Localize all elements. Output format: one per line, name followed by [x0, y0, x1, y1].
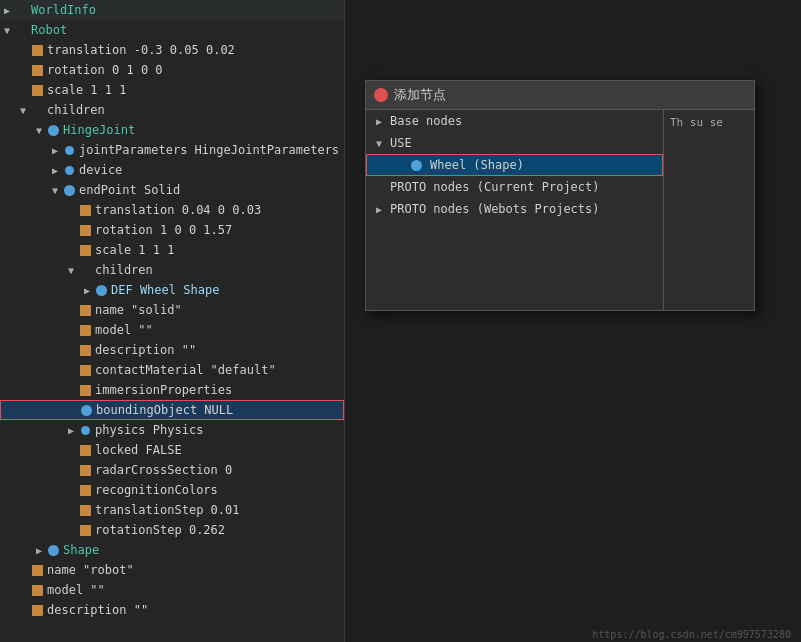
add-node-dialog[interactable]: 添加节点 Base nodesUSEWheel (Shape)PROTO nod…	[365, 80, 755, 311]
tree-item-label: Robot	[31, 23, 67, 37]
tree-item-description[interactable]: description ""	[0, 340, 344, 360]
tree-arrow[interactable]	[32, 125, 46, 136]
dialog-list-item-base-nodes[interactable]: Base nodes	[366, 110, 663, 132]
tree-item-description2[interactable]: description ""	[0, 600, 344, 620]
tree-item-defwheel[interactable]: DEF Wheel Shape	[0, 280, 344, 300]
tree-arrow[interactable]	[48, 165, 62, 176]
tree-item-icon	[78, 303, 92, 317]
tree-item-icon	[46, 123, 60, 137]
tree-item-label: description ""	[47, 603, 148, 617]
dialog-right-text: Th su se	[670, 116, 723, 129]
tree-item-icon	[30, 43, 44, 57]
tree-item-icon	[78, 243, 92, 257]
dialog-title-bar: 添加节点	[366, 81, 754, 110]
tree-item-label: translationStep 0.01	[95, 503, 240, 517]
tree-item-icon	[78, 503, 92, 517]
tree-item-icon	[78, 523, 92, 537]
tree-arrow[interactable]	[0, 25, 14, 36]
tree-item-label: model ""	[95, 323, 153, 337]
tree-item-translation[interactable]: translation -0.3 0.05 0.02	[0, 40, 344, 60]
tree-item-jointparams[interactable]: jointParameters HingeJointParameters	[0, 140, 344, 160]
tree-arrow[interactable]	[80, 285, 94, 296]
tree-item-rot2[interactable]: rotation 1 0 0 1.57	[0, 220, 344, 240]
tree-item-children2[interactable]: children	[0, 260, 344, 280]
right-panel: 添加节点 Base nodesUSEWheel (Shape)PROTO nod…	[345, 0, 801, 642]
tree-arrow[interactable]	[64, 265, 78, 276]
tree-item-shape[interactable]: Shape	[0, 540, 344, 560]
dialog-node-list[interactable]: Base nodesUSEWheel (Shape)PROTO nodes (C…	[366, 110, 664, 310]
tree-item-label: translation 0.04 0 0.03	[95, 203, 261, 217]
tree-item-recognitioncolors[interactable]: recognitionColors	[0, 480, 344, 500]
tree-item-icon	[78, 443, 92, 457]
tree-item-label: translation -0.3 0.05 0.02	[47, 43, 235, 57]
tree-item-icon	[78, 323, 92, 337]
tree-item-label: children	[95, 263, 153, 277]
dialog-arrow[interactable]	[372, 138, 386, 149]
tree-item-icon	[78, 223, 92, 237]
dialog-arrow[interactable]	[372, 116, 386, 127]
scene-tree[interactable]: WorldInfoRobottranslation -0.3 0.05 0.02…	[0, 0, 345, 642]
tree-item-label: endPoint Solid	[79, 183, 180, 197]
tree-item-device[interactable]: device	[0, 160, 344, 180]
tree-item-translationstep[interactable]: translationStep 0.01	[0, 500, 344, 520]
tree-item-immersionprops[interactable]: immersionProperties	[0, 380, 344, 400]
tree-arrow[interactable]	[48, 185, 62, 196]
tree-item-contactmaterial[interactable]: contactMaterial "default"	[0, 360, 344, 380]
tree-arrow[interactable]	[48, 145, 62, 156]
tree-item-icon	[78, 203, 92, 217]
tree-item-label: radarCrossSection 0	[95, 463, 232, 477]
tree-arrow[interactable]	[32, 545, 46, 556]
tree-item-hingejoint[interactable]: HingeJoint	[0, 120, 344, 140]
tree-item-label: locked FALSE	[95, 443, 182, 457]
tree-item-worldinfo[interactable]: WorldInfo	[0, 0, 344, 20]
tree-item-icon	[30, 63, 44, 77]
watermark: https://blog.csdn.net/cm997573280	[592, 629, 791, 640]
tree-item-label: rotation 0 1 0 0	[47, 63, 163, 77]
tree-item-label: immersionProperties	[95, 383, 232, 397]
tree-arrow[interactable]	[0, 5, 14, 16]
tree-item-physics[interactable]: physics Physics	[0, 420, 344, 440]
tree-item-name2[interactable]: name "robot"	[0, 560, 344, 580]
tree-item-label: device	[79, 163, 122, 177]
dialog-list-item-proto-webots[interactable]: PROTO nodes (Webots Projects)	[366, 198, 663, 220]
tree-item-boundingobject[interactable]: boundingObject NULL	[0, 400, 344, 420]
tree-item-label: jointParameters HingeJointParameters	[79, 143, 339, 157]
tree-item-label: physics Physics	[95, 423, 203, 437]
tree-item-trans2[interactable]: translation 0.04 0 0.03	[0, 200, 344, 220]
tree-item-icon	[30, 83, 44, 97]
tree-item-rotationstep[interactable]: rotationStep 0.262	[0, 520, 344, 540]
tree-item-endpoint[interactable]: endPoint Solid	[0, 180, 344, 200]
tree-arrow[interactable]	[16, 105, 30, 116]
dialog-title-text: 添加节点	[394, 86, 446, 104]
tree-item-scale2[interactable]: scale 1 1 1	[0, 240, 344, 260]
tree-item-icon	[78, 463, 92, 477]
tree-item-label: children	[47, 103, 105, 117]
tree-item-robot[interactable]: Robot	[0, 20, 344, 40]
tree-item-radarcross[interactable]: radarCrossSection 0	[0, 460, 344, 480]
dialog-item-label: USE	[390, 136, 412, 150]
tree-item-icon	[78, 383, 92, 397]
tree-item-icon	[94, 283, 108, 297]
tree-item-label: name "robot"	[47, 563, 134, 577]
tree-item-label: model ""	[47, 583, 105, 597]
tree-item-icon	[78, 483, 92, 497]
tree-item-scale[interactable]: scale 1 1 1	[0, 80, 344, 100]
dialog-title-icon	[374, 88, 388, 102]
tree-item-label: Shape	[63, 543, 99, 557]
tree-item-label: description ""	[95, 343, 196, 357]
tree-arrow[interactable]	[64, 425, 78, 436]
dialog-item-icon	[409, 158, 423, 172]
tree-item-label: WorldInfo	[31, 3, 96, 17]
tree-item-label: contactMaterial "default"	[95, 363, 276, 377]
tree-item-model[interactable]: model ""	[0, 320, 344, 340]
dialog-list-item-proto-current[interactable]: PROTO nodes (Current Project)	[366, 176, 663, 198]
tree-item-icon	[46, 543, 60, 557]
dialog-list-item-use[interactable]: USE	[366, 132, 663, 154]
tree-item-locked[interactable]: locked FALSE	[0, 440, 344, 460]
dialog-arrow[interactable]	[372, 204, 386, 215]
tree-item-children[interactable]: children	[0, 100, 344, 120]
dialog-list-item-wheel-shape[interactable]: Wheel (Shape)	[366, 154, 663, 176]
tree-item-rotation[interactable]: rotation 0 1 0 0	[0, 60, 344, 80]
tree-item-model2[interactable]: model ""	[0, 580, 344, 600]
tree-item-name[interactable]: name "solid"	[0, 300, 344, 320]
